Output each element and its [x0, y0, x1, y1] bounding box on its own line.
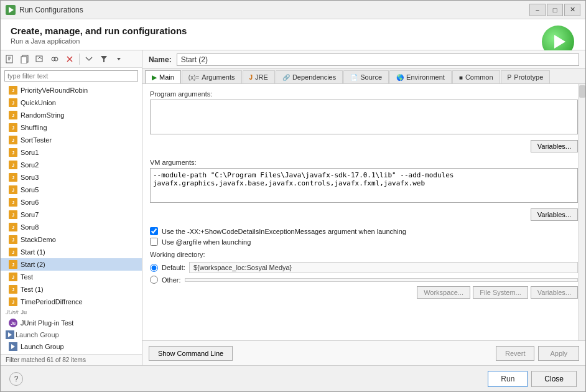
- item-label: Test: [21, 273, 33, 281]
- tab-jre[interactable]: J JRE: [243, 70, 275, 83]
- tab-environment-label: Environment: [406, 73, 445, 81]
- item-label: Start (1): [21, 248, 45, 256]
- minimize-button[interactable]: −: [529, 4, 546, 16]
- vm-args-variables-button[interactable]: Variables...: [531, 208, 578, 221]
- link-button[interactable]: [48, 52, 62, 66]
- list-item[interactable]: J Start (1): [1, 246, 142, 258]
- item-label: JUnit Plug-in Test: [21, 319, 73, 327]
- program-args-input[interactable]: [150, 100, 578, 134]
- revert-button[interactable]: Revert: [496, 346, 534, 361]
- default-radio[interactable]: [150, 264, 158, 272]
- default-radio-label: Default:: [162, 264, 185, 271]
- export-button[interactable]: [33, 52, 47, 66]
- tab-dependencies[interactable]: 🔗 Dependencies: [276, 70, 343, 83]
- apply-button[interactable]: Apply: [538, 346, 579, 361]
- variables-button[interactable]: Variables...: [531, 286, 578, 299]
- env-tab-icon: 🌎: [396, 74, 404, 81]
- program-args-label: Program arguments:: [150, 90, 578, 98]
- new-config-button[interactable]: [3, 52, 17, 66]
- junit-section-prefix: Ju: [21, 309, 27, 315]
- tab-source[interactable]: 📄 Source: [343, 70, 389, 83]
- item-label: SortTester: [21, 136, 52, 144]
- list-item[interactable]: J Soru7: [1, 208, 142, 221]
- common-tab-icon: ■: [459, 74, 463, 81]
- name-input[interactable]: [177, 54, 579, 66]
- show-code-details-checkbox[interactable]: [150, 227, 158, 235]
- tab-common[interactable]: ■ Common: [452, 70, 500, 83]
- list-item[interactable]: J StackDemo: [1, 233, 142, 246]
- delete-button[interactable]: [63, 52, 77, 66]
- java-icon: J: [8, 247, 18, 257]
- java-icon: J: [8, 135, 18, 145]
- list-item-selected[interactable]: J Start (2): [1, 258, 142, 271]
- list-item[interactable]: J TimePeriodDiffrence: [1, 296, 142, 308]
- default-radio-value: ${workspace_loc:Sosyal Medya}: [189, 262, 578, 273]
- list-item[interactable]: J PriorityVeRoundRobin: [1, 84, 142, 96]
- filter-button[interactable]: [97, 52, 111, 66]
- list-item[interactable]: J Test (1): [1, 283, 142, 296]
- scrollbar[interactable]: [578, 84, 585, 340]
- run-button[interactable]: Run: [488, 371, 528, 387]
- list-item[interactable]: J SortTester: [1, 134, 142, 146]
- main-tab-icon: ▶: [152, 74, 157, 81]
- java-icon: J: [8, 98, 18, 108]
- list-item[interactable]: J RandomString: [1, 109, 142, 121]
- tab-main[interactable]: ▶ Main: [145, 70, 181, 83]
- use-argfile-checkbox[interactable]: [150, 238, 158, 246]
- maximize-button[interactable]: □: [547, 4, 563, 16]
- header-title: Create, manage, and run configurations: [11, 26, 575, 36]
- filter-input[interactable]: [4, 70, 138, 82]
- svg-rect-6: [21, 57, 27, 63]
- workspace-button[interactable]: Workspace...: [417, 286, 470, 299]
- java-icon: J: [8, 172, 18, 182]
- list-item[interactable]: J Soru6: [1, 196, 142, 208]
- list-item[interactable]: J Test: [1, 271, 142, 283]
- list-item[interactable]: Ju JUnit Plug-in Test: [1, 317, 142, 329]
- filesystem-button[interactable]: File System...: [473, 286, 528, 299]
- list-item[interactable]: J Soru3: [1, 171, 142, 184]
- list-item[interactable]: J Soru5: [1, 184, 142, 196]
- java-icon: J: [8, 297, 18, 307]
- workspace-buttons: Workspace... File System... Variables...: [150, 286, 578, 299]
- svg-marker-16: [101, 56, 107, 62]
- vm-args-input[interactable]: [150, 168, 578, 203]
- item-label: Shuffling: [21, 124, 47, 131]
- tab-environment[interactable]: 🌎 Environment: [389, 70, 452, 83]
- list-item[interactable]: J Shuffling: [1, 121, 142, 134]
- tab-arguments[interactable]: (x)= Arguments: [182, 70, 242, 83]
- main-panel: Name: ▶ Main (x)= Arguments J JRE 🔗: [142, 50, 585, 365]
- program-args-variables-button[interactable]: Variables...: [531, 140, 578, 152]
- filter-status: Filter matched 61 of 82 items: [1, 354, 142, 365]
- list-item[interactable]: J Soru2: [1, 159, 142, 171]
- show-command-line-button[interactable]: Show Command Line: [149, 346, 233, 361]
- other-radio-label: Other:: [162, 276, 181, 284]
- close-button[interactable]: Close: [531, 371, 577, 387]
- title-bar: Run Configurations − □ ✕: [1, 1, 585, 19]
- tab-source-label: Source: [360, 73, 382, 81]
- java-icon: J: [8, 210, 18, 220]
- other-radio-row: Other:: [150, 276, 578, 284]
- content-area: J PriorityVeRoundRobin J QuickUnion J Ra…: [1, 50, 585, 365]
- item-label: TimePeriodDiffrence: [21, 298, 83, 306]
- tab-prototype[interactable]: P Prototype: [501, 70, 551, 83]
- group-icon: [8, 342, 18, 352]
- junit-icon: Ju: [8, 318, 18, 328]
- list-item[interactable]: J Soru8: [1, 221, 142, 233]
- list-item[interactable]: Launch Group: [1, 340, 142, 353]
- list-item[interactable]: J Soru1: [1, 146, 142, 159]
- default-radio-row: Default: ${workspace_loc:Sosyal Medya}: [150, 262, 578, 273]
- item-label: Soru3: [21, 174, 39, 181]
- collapse-all-button[interactable]: [82, 52, 96, 66]
- close-window-button[interactable]: ✕: [564, 4, 580, 16]
- working-dir-section: Working directory: Default: ${workspace_…: [150, 251, 578, 299]
- item-label: Soru8: [21, 223, 39, 231]
- item-label: PriorityVeRoundRobin: [21, 86, 88, 94]
- list-item[interactable]: J QuickUnion: [1, 96, 142, 109]
- duplicate-button[interactable]: [18, 52, 32, 66]
- item-label: Start (2): [21, 261, 45, 268]
- other-radio[interactable]: [150, 276, 158, 284]
- sidebar-toolbar: [1, 50, 142, 68]
- svg-line-14: [86, 57, 89, 60]
- help-button[interactable]: ?: [9, 372, 23, 386]
- filter-dropdown-button[interactable]: [112, 52, 126, 66]
